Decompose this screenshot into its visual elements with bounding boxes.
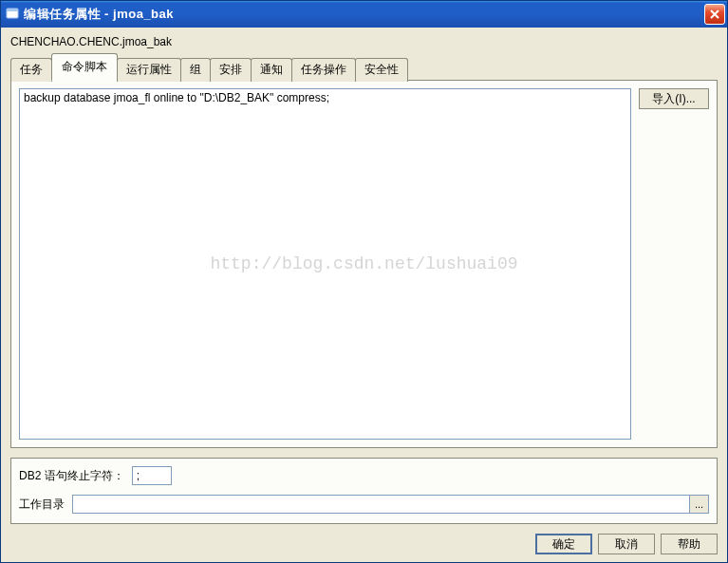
titlebar: 编辑任务属性 - jmoa_bak — [1, 1, 727, 28]
workdir-row: 工作目录 ... — [19, 495, 709, 514]
tab-command-script[interactable]: 命令脚本 — [51, 53, 118, 81]
terminator-row: DB2 语句终止字符： — [19, 466, 709, 485]
lower-fields-group: DB2 语句终止字符： 工作目录 ... — [10, 458, 718, 524]
workdir-label: 工作目录 — [19, 497, 65, 513]
client-area: CHENCHAO.CHENC.jmoa_bak 任务 命令脚本 运行属性 组 安… — [1, 28, 727, 562]
dialog-button-row: 确定 取消 帮助 — [1, 530, 727, 562]
tab-task[interactable]: 任务 — [10, 58, 52, 82]
terminator-label: DB2 语句终止字符： — [19, 468, 124, 484]
app-icon — [5, 7, 20, 22]
close-button[interactable] — [704, 4, 725, 25]
window-root: 编辑任务属性 - jmoa_bak CHENCHAO.CHENC.jmoa_ba… — [0, 0, 728, 563]
tab-region: 任务 命令脚本 运行属性 组 安排 通知 任务操作 安全性 http://blo… — [1, 58, 727, 448]
help-button[interactable]: 帮助 — [661, 534, 718, 554]
tab-task-ops[interactable]: 任务操作 — [291, 58, 356, 82]
script-textarea[interactable] — [19, 88, 631, 440]
tab-notify[interactable]: 通知 — [251, 58, 292, 82]
tab-page-script: http://blog.csdn.net/lushuai09 导入(I)... — [10, 80, 718, 448]
tab-group[interactable]: 组 — [180, 58, 211, 82]
window-title: 编辑任务属性 - jmoa_bak — [24, 6, 704, 23]
browse-button[interactable]: ... — [690, 495, 709, 514]
tab-run-props[interactable]: 运行属性 — [117, 58, 181, 82]
tab-security[interactable]: 安全性 — [355, 58, 408, 82]
script-row: 导入(I)... — [19, 88, 709, 440]
tab-schedule[interactable]: 安排 — [210, 58, 252, 82]
workdir-input[interactable] — [72, 495, 690, 514]
svg-rect-1 — [7, 9, 18, 11]
terminator-input[interactable] — [132, 466, 172, 485]
cancel-button[interactable]: 取消 — [598, 534, 655, 554]
tabstrip: 任务 命令脚本 运行属性 组 安排 通知 任务操作 安全性 — [10, 58, 718, 81]
ok-button[interactable]: 确定 — [535, 534, 592, 554]
import-button[interactable]: 导入(I)... — [639, 88, 709, 109]
